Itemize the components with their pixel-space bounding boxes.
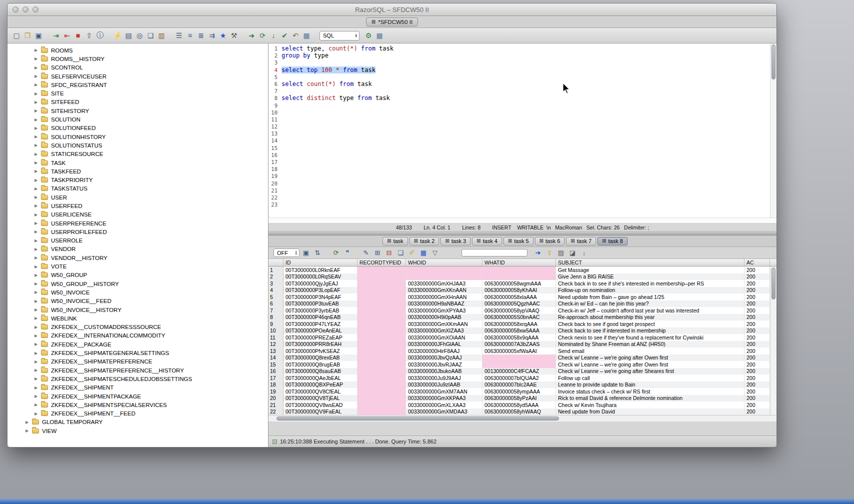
disclosure-triangle-icon[interactable]: ▶ [34,360,41,364]
disclosure-triangle-icon[interactable]: ▶ [34,334,41,338]
cell-whoid[interactable]: 0033000000GmXHnAAN [406,294,482,300]
export-icon[interactable]: ⇪ [544,248,554,258]
disclosure-triangle-icon[interactable]: ▶ [34,92,41,96]
delete-row-icon[interactable]: ⊟ [384,248,394,258]
cell-recordtypeid[interactable] [358,294,406,300]
tab-close-icon[interactable]: ⊠ [414,238,418,244]
table-row[interactable]: 900T3000000P47LYEAZ0033000000GmXKmAAN006… [268,320,776,328]
cell-whoid[interactable]: 0033000000GmXIZAA3 [406,328,482,334]
cell-whoid[interactable]: 0033000000JbukoAAB [406,368,482,375]
cell-ac[interactable]: 200 [744,341,770,348]
disclosure-triangle-icon[interactable]: ▶ [34,143,41,148]
cell-whatid[interactable] [482,266,556,274]
table-row[interactable]: 1100T3000000PREZaEAP0033000000GmXOiAAN00… [268,334,776,341]
disclosure-triangle-icon[interactable]: ▶ [34,376,41,381]
tree-item[interactable]: ▶SOLUTIONHISTORY [8,132,268,141]
download-icon[interactable]: ↓ [579,248,589,258]
info-icon[interactable]: ⓘ [95,30,105,40]
results-vscrollbar[interactable] [770,266,776,415]
commit-icon[interactable]: ✔ [280,30,290,40]
editor-vscroll-thumb[interactable] [772,44,776,80]
tree-item[interactable]: ▶ZKFEDEX__SHIPMENTSPECIALSERVICES [8,400,268,409]
cell-id[interactable]: 00T3000000QAeJbEAL [284,374,358,382]
table-row[interactable]: 1400T3000000Q8rexEAB0033000000JbvQzAAJCh… [268,354,776,362]
disclosure-triangle-icon[interactable]: ▶ [34,394,41,398]
tree-item[interactable]: ▶SOLUTION [8,115,268,124]
cell-ac[interactable]: 200 [744,395,770,402]
cell-subject[interactable]: Check nexis to see if they've found a re… [556,334,744,341]
disclosure-triangle-icon[interactable]: ▶ [34,195,41,200]
tab-close-icon[interactable]: ⊠ [570,238,574,244]
tree-item[interactable]: ▶ZKFEDEX__PACKAGE [8,340,268,348]
disclosure-triangle-icon[interactable]: ▶ [34,108,41,113]
tree-item[interactable]: ▶ZKFEDEX__INTERNATIONALCOMMODITY [8,332,268,340]
cell-subject[interactable]: Check w/ Kevin Tsujihara [556,402,744,408]
cell-whatid[interactable]: 00630000007A3bZAAS [482,341,556,348]
cell-recordtypeid[interactable] [358,328,406,334]
cell-ac[interactable]: 200 [744,274,770,280]
cell-whoid[interactable]: 0033000000GmXM7AAN [406,388,482,395]
disclosure-triangle-icon[interactable]: ▶ [34,351,41,356]
column-header[interactable]: ID [284,259,358,266]
cell-subject[interactable]: Invoice status check – check w/ RS first [556,388,744,395]
minimize-window-button[interactable] [22,6,28,12]
column-header[interactable]: WHATID [482,259,556,266]
cell-ac[interactable]: 200 [744,320,770,328]
disclosure-triangle-icon[interactable]: ▶ [34,66,41,70]
cell-ac[interactable]: 200 [744,408,770,416]
save-results-icon[interactable]: ▣ [301,248,311,258]
cell-whoid[interactable]: 0033000000GmXHJAA3 [406,280,482,287]
table-row[interactable]: 1500T3000000Q8rugEAB0033000000JbvRJAAZCh… [268,361,776,368]
disclosure-triangle-icon[interactable]: ▶ [34,48,41,52]
disclosure-triangle-icon[interactable]: ▶ [26,420,32,424]
cell-subject[interactable]: Nominated by Shane Freeman at ANZ (HR50) [556,341,744,348]
disclosure-triangle-icon[interactable]: ▶ [34,325,41,330]
cell-whoid[interactable]: 0033000000GmXLXAA3 [406,402,482,408]
cell-subject[interactable]: Check back to see if good target prospec… [556,320,744,328]
generate-table-icon[interactable]: ▦ [418,248,428,258]
cell-subject[interactable]: Rick to email David & reference Delmonte… [556,395,744,402]
tree-item[interactable]: ▶W50_INVOICE__HISTORY [8,306,268,314]
cell-ac[interactable]: 200 [744,328,770,334]
database-object-tree[interactable]: ▶ROOMS▶ROOMS__HISTORY▶SCONTROL▶SELFSERVI… [8,44,268,447]
disclosure-triangle-icon[interactable]: ▶ [34,282,41,286]
cell-recordtypeid[interactable] [358,287,406,294]
view-contents-icon[interactable]: ◎ [134,30,144,40]
cell-whoid[interactable]: 0033000000H9aNBAAZ [406,300,482,308]
paste-icon[interactable]: ▥ [156,30,166,40]
tab-close-icon[interactable]: ⊠ [602,238,606,244]
cell-recordtypeid[interactable] [358,266,406,274]
editor-hscrollbar[interactable] [268,218,776,224]
cell-id[interactable]: 00T3000000P47LYEAZ [284,320,358,328]
disclosure-triangle-icon[interactable]: ▶ [34,238,41,243]
pane-splitter[interactable] [268,232,776,236]
tree-item[interactable]: ▶ZKFEDEX__SHIPMATEPREFERENCE [8,358,268,366]
disclosure-triangle-icon[interactable]: ▶ [34,152,41,156]
results-tab[interactable]: ⊠task 3 [440,237,470,246]
cell-ac[interactable]: 200 [744,314,770,321]
cell-id[interactable]: 00T3000000QV8TjEAL [284,395,358,402]
query-builder-icon[interactable]: ☰ [174,30,184,40]
cell-whatid[interactable]: 006300000058xrqAAA [482,320,556,328]
tree-item[interactable]: ▶W50_INVOICE__FEED [8,297,268,306]
tree-item[interactable]: ▶USERPROFILEFEED [8,228,268,236]
quotes-icon[interactable]: ❞ [342,248,352,258]
cell-whatid[interactable]: 0013000000C4fFCAAZ [482,368,556,375]
cell-whoid[interactable]: 0033000000GmXKnAAN [406,287,482,294]
editor-code-area[interactable]: select type, count(*) from taskgroup by … [279,44,770,218]
cell-recordtypeid[interactable] [358,382,406,388]
cell-whoid[interactable]: 0033000000JbvRJAAZ [406,361,482,368]
cell-subject[interactable]: Check w/ Leanne – we're going after Owen… [556,361,744,368]
disclosure-triangle-icon[interactable]: ▶ [34,368,41,372]
tab-close-icon[interactable]: ⊠ [387,238,391,244]
disclosure-triangle-icon[interactable]: ▶ [34,412,41,416]
tree-item[interactable]: ▶VENDOR__HISTORY [8,254,268,262]
cell-recordtypeid[interactable] [358,368,406,375]
cell-id[interactable]: 00T3000000QV9FaEAL [284,408,358,416]
disclosure-triangle-icon[interactable]: ▶ [34,299,41,304]
chart-icon[interactable]: ◪ [568,248,578,258]
reexecute-icon[interactable]: ⟳ [331,248,341,258]
cell-id[interactable]: 00T3000000P46qnEAB [284,314,358,321]
cell-ac[interactable]: 200 [744,334,770,341]
cell-whatid[interactable] [482,354,556,362]
